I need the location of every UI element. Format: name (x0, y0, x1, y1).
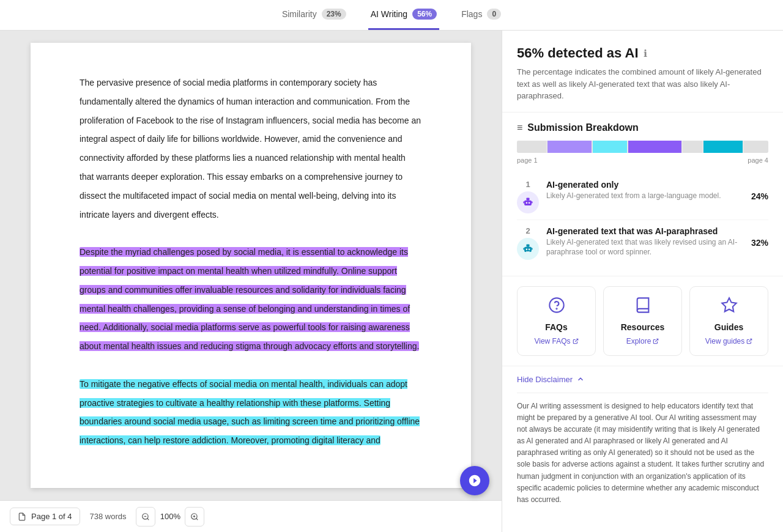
svg-line-4 (196, 518, 198, 520)
breakdown-item-1-desc: Likely AI-generated text from a large-la… (546, 191, 744, 201)
pb-teal-2 (703, 141, 743, 153)
svg-line-1 (147, 518, 149, 520)
pb-purple-1 (547, 141, 592, 153)
submission-breakdown-section: ≡ Submission Breakdown (502, 113, 783, 276)
breakdown-item-2: 2 AI-generated text (517, 220, 768, 266)
pb-labels: page 1 page 4 (517, 157, 768, 164)
ai-writing-badge: 56% (412, 9, 437, 20)
svg-point-10 (529, 202, 530, 204)
faq-title: FAQs (545, 322, 568, 332)
guides-card[interactable]: Guides View guides (689, 286, 768, 356)
resources-title: Resources (621, 322, 665, 332)
svg-line-24 (749, 339, 752, 342)
pb-purple-2 (628, 141, 682, 153)
svg-point-15 (526, 248, 528, 250)
nav-item-ai-writing[interactable]: AI Writing 56% (368, 0, 439, 30)
breakdown-item-2-number: 2 (525, 226, 530, 235)
breakdown-item-1-number: 1 (525, 180, 530, 189)
breakdown-title-row: ≡ Submission Breakdown (517, 122, 768, 133)
disclaimer-body: Our AI writing assessment is designed to… (517, 393, 768, 514)
ai-detection-header: 56% detected as AI ℹ The percentage indi… (502, 31, 783, 113)
document-panel: The pervasive presence of social media p… (0, 31, 502, 532)
fab-button[interactable] (460, 466, 489, 495)
breakdown-item-1-text: AI-generated only Likely AI-generated te… (546, 180, 744, 201)
faq-card[interactable]: FAQs View FAQs (517, 286, 596, 356)
flags-label: Flags (461, 9, 482, 19)
guides-title: Guides (714, 322, 743, 332)
breakdown-item-2-icon (517, 238, 539, 260)
ai-writing-label: AI Writing (371, 9, 407, 19)
document-page: The pervasive presence of social media p… (31, 43, 471, 488)
page-label: Page 1 of 4 (31, 512, 72, 521)
svg-rect-13 (524, 246, 532, 251)
resources-icon (634, 297, 651, 317)
faq-link[interactable]: View FAQs (534, 337, 578, 345)
document-scroll[interactable]: The pervasive presence of social media p… (0, 31, 502, 500)
breakdown-item-1: 1 AI-generated only Like (517, 174, 768, 220)
guides-link[interactable]: View guides (705, 337, 753, 345)
top-navigation: Similarity 23% AI Writing 56% Flags 0 (0, 0, 783, 31)
disclaimer-toggle[interactable]: Hide Disclaimer (517, 366, 768, 393)
breakdown-item-1-label: AI-generated only (546, 180, 744, 190)
faq-icon (548, 297, 565, 317)
disclaimer-toggle-label: Hide Disclaimer (517, 375, 573, 384)
breakdown-item-2-desc: Likely AI-generated text that was likely… (546, 237, 744, 258)
breakdown-title: Submission Breakdown (527, 122, 638, 133)
svg-marker-23 (722, 298, 736, 311)
nav-item-flags[interactable]: Flags 0 (459, 0, 503, 30)
paragraph-3: To mitigate the negative effects of soci… (80, 375, 422, 450)
resource-cards-section: FAQs View FAQs Resource (502, 276, 783, 366)
similarity-label: Similarity (282, 9, 317, 19)
pb-empty-3 (744, 141, 768, 153)
svg-rect-8 (527, 198, 530, 200)
paragraph-2: Despite the myriad challenges posed by s… (80, 243, 422, 356)
ai-detection-subtitle: The percentage indicates the combined am… (517, 66, 768, 102)
breakdown-item-2-numicon: 2 (517, 226, 539, 260)
svg-rect-11 (524, 201, 525, 203)
svg-point-9 (526, 202, 528, 204)
breakdown-item-1-icon (517, 191, 539, 213)
svg-point-16 (529, 248, 530, 250)
highlighted-text-purple: Despite the myriad challenges posed by s… (80, 247, 419, 351)
breakdown-item-2-pct: 32% (751, 238, 768, 248)
pb-teal-1 (593, 141, 627, 153)
svg-rect-7 (524, 200, 532, 205)
main-layout: The pervasive presence of social media p… (0, 31, 783, 532)
zoom-controls: 100% (136, 507, 204, 526)
zoom-in-button[interactable] (185, 507, 204, 526)
svg-line-22 (656, 339, 659, 342)
ai-detection-title: 56% detected as AI (517, 45, 639, 61)
zoom-level: 100% (158, 512, 182, 521)
breakdown-item-2-label: AI-generated text that was AI-paraphrase… (546, 226, 744, 236)
ai-title-row: 56% detected as AI ℹ (517, 45, 768, 61)
pb-label-start: page 1 (517, 157, 538, 164)
resources-card[interactable]: Resources Explore (603, 286, 682, 356)
flags-badge: 0 (487, 9, 501, 20)
pb-empty-2 (683, 141, 702, 153)
svg-line-21 (575, 339, 578, 342)
pb-label-end: page 4 (748, 157, 768, 164)
word-count: 738 words (90, 512, 127, 521)
zoom-out-button[interactable] (136, 507, 155, 526)
svg-point-20 (556, 308, 557, 309)
pb-empty-1 (517, 141, 546, 153)
breakdown-item-2-text: AI-generated text that was AI-paraphrase… (546, 226, 744, 258)
breakdown-item-1-numicon: 1 (517, 180, 539, 213)
guides-icon (721, 297, 738, 317)
progress-bar (517, 141, 768, 153)
breakdown-list-icon: ≡ (517, 122, 522, 133)
page-indicator-button[interactable]: Page 1 of 4 (10, 508, 80, 525)
svg-rect-17 (524, 248, 525, 249)
highlighted-text-teal: To mitigate the negative effects of soci… (80, 379, 420, 445)
svg-rect-14 (527, 244, 530, 246)
right-panel: 56% detected as AI ℹ The percentage indi… (502, 31, 783, 532)
nav-item-similarity[interactable]: Similarity 23% (280, 0, 349, 30)
document-toolbar: Page 1 of 4 738 words 100% (0, 500, 502, 532)
svg-rect-18 (532, 248, 533, 249)
breakdown-item-1-pct: 24% (751, 191, 768, 201)
info-icon[interactable]: ℹ (644, 48, 647, 59)
similarity-badge: 23% (322, 9, 346, 20)
svg-point-19 (549, 298, 563, 312)
resources-link[interactable]: Explore (626, 337, 659, 345)
disclaimer-section: Hide Disclaimer Our AI writing assessmen… (502, 366, 783, 514)
